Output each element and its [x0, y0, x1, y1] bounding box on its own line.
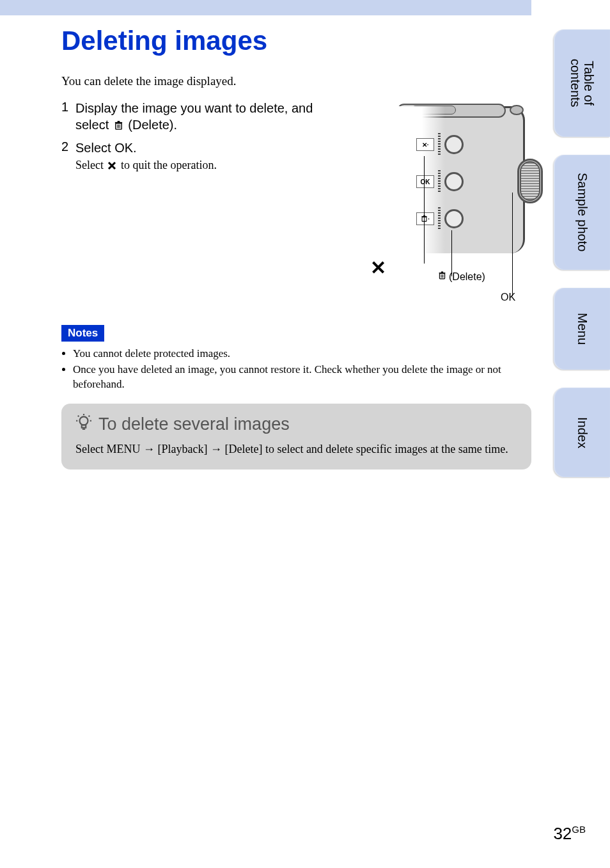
illustration-label-x: ✕ — [370, 256, 386, 279]
svg-rect-12 — [439, 272, 446, 274]
svg-rect-23 — [82, 425, 86, 427]
camera-soft-button — [444, 135, 464, 154]
steps-column: 1 Display the image you want to delete, … — [61, 100, 340, 292]
illustration-label-ok: OK — [501, 292, 515, 303]
main-content: Deleting images You can delete the image… — [61, 19, 531, 470]
trash-icon — [114, 118, 123, 134]
tab-index-label: Index — [575, 417, 589, 448]
tab-menu[interactable]: Menu — [554, 288, 610, 370]
step-1: 1 Display the image you want to delete, … — [61, 100, 340, 134]
tip-heading-text: To delete several images — [98, 414, 290, 434]
top-band — [0, 0, 531, 15]
tab-menu-label: Menu — [575, 313, 589, 345]
step-2-sub-before: Select — [75, 159, 106, 171]
note-item: Once you have deleted an image, you cann… — [73, 363, 531, 392]
page-title: Deleting images — [61, 26, 531, 56]
camera-delete-button-icon: • — [416, 212, 434, 225]
camera-ok-button-icon: OK — [416, 175, 434, 188]
step-2-subtext: Select to quit the operation. — [75, 159, 340, 173]
tab-table-of-contents[interactable]: Table ofcontents — [554, 29, 610, 137]
page-number-suffix: GB — [572, 824, 586, 835]
svg-rect-13 — [441, 272, 443, 273]
trash-icon — [438, 271, 446, 283]
step-1-title: Display the image you want to delete, an… — [75, 100, 340, 134]
tab-index[interactable]: Index — [554, 388, 610, 477]
svg-rect-2 — [117, 121, 120, 122]
page-number: 32GB — [553, 824, 586, 844]
camera-soft-button — [444, 172, 464, 191]
svg-line-20 — [89, 416, 90, 417]
step-number: 2 — [61, 139, 75, 173]
svg-line-19 — [78, 416, 79, 417]
svg-point-17 — [80, 416, 88, 425]
camera-illustration: ✕• OK • — [352, 100, 531, 292]
tab-toc-line1: Table of — [582, 61, 596, 106]
camera-x-button-icon: ✕• — [416, 138, 434, 151]
tab-sample-label: Sample photo — [575, 173, 589, 251]
note-item: You cannot delete protected images. — [73, 347, 531, 361]
step-2-title: Select OK. — [75, 139, 340, 156]
step-2-sub-after: to quit the operation. — [118, 159, 216, 171]
step-1-title-before: Display the image you want to delete, an… — [75, 101, 313, 132]
page-number-value: 32 — [553, 824, 572, 843]
side-tabs: Table ofcontents Sample photo Menu Index — [554, 29, 610, 495]
illustration-label-delete: (Delete) — [438, 271, 485, 283]
notes-list: You cannot delete protected images. Once… — [61, 347, 531, 392]
notes-badge: Notes — [61, 325, 104, 342]
step-2: 2 Select OK. Select to quit the operatio… — [61, 139, 340, 173]
two-column-layout: 1 Display the image you want to delete, … — [61, 100, 531, 292]
step-1-title-after: (Delete). — [125, 118, 177, 132]
tip-body: Select MENU → [Playback] → [Delete] to s… — [75, 441, 517, 457]
tab-toc-line2: contents — [568, 59, 583, 107]
x-icon — [107, 160, 116, 173]
svg-rect-1 — [115, 122, 122, 123]
tip-box: To delete several images Select MENU → [… — [61, 404, 531, 470]
intro-text: You can delete the image displayed. — [61, 74, 531, 88]
illustration-column: ✕• OK • — [352, 100, 531, 292]
tip-icon — [75, 414, 92, 435]
camera-soft-button — [444, 209, 464, 228]
tab-sample-photo[interactable]: Sample photo — [554, 155, 610, 270]
step-number: 1 — [61, 100, 75, 134]
tip-heading: To delete several images — [75, 414, 517, 435]
illustration-delete-text: (Delete) — [449, 271, 485, 283]
